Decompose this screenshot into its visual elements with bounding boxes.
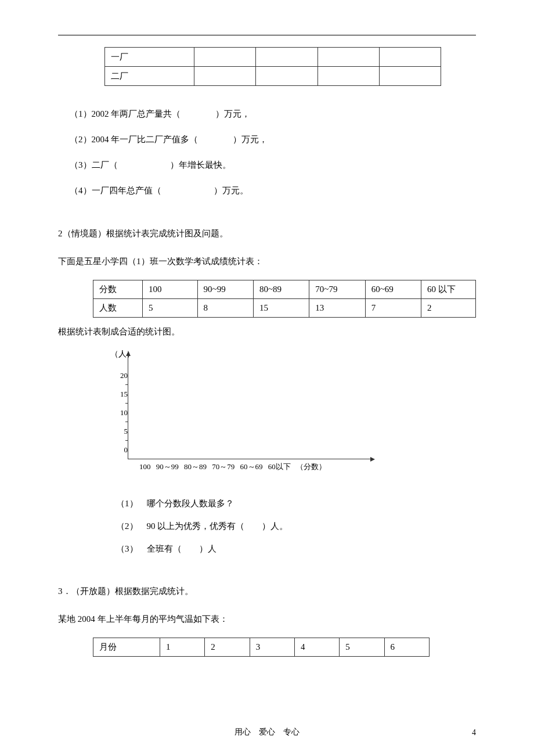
x-axis-labels: 100 90～99 80～89 70～79 60～69 60以下 （分数）: [139, 462, 330, 472]
x-cat: 90～99: [156, 462, 179, 471]
cell-score-col: 60 以下: [421, 280, 476, 299]
cell-count-val: 7: [365, 299, 421, 318]
y-tick-0: 0: [110, 445, 128, 455]
cell-month: 1: [160, 638, 205, 657]
cell-score-col: 70~79: [309, 280, 365, 299]
table-row: 月份 1 2 3 4 5 6: [93, 638, 430, 657]
cell-score-col: 60~69: [365, 280, 421, 299]
cell-empty: [379, 48, 441, 67]
q2-sub-2: （2） 90 以上为优秀，优秀有（ ）人。: [116, 517, 476, 536]
y-tick-20: 20: [110, 371, 128, 380]
y-tick-10: 10: [110, 408, 128, 417]
cell-count-val: 8: [197, 299, 253, 318]
cell-count-val: 13: [309, 299, 365, 318]
cell-empty: [256, 67, 317, 86]
factory-table: 一厂 二厂: [104, 47, 441, 86]
y-tick-15: 15: [110, 390, 128, 399]
table-row: 二厂: [105, 67, 441, 86]
cell-empty: [379, 67, 441, 86]
cell-score-col: 90~99: [197, 280, 253, 299]
x-cat: 100: [139, 462, 151, 471]
cell-month: 3: [250, 638, 294, 657]
q1-item-3: （3）二厂（ ）年增长最快。: [70, 154, 476, 175]
chart-axes: （人） 0 5 10 15 20 100 90～99 80～89 70～79 6…: [93, 349, 371, 477]
q2-sub-3: （3） 全班有（ ）人: [116, 539, 476, 559]
cell-month: 5: [340, 638, 384, 657]
x-cat: 60以下: [268, 462, 291, 471]
q2-subtitle: 下面是五星小学四（1）班一次数学考试成绩统计表：: [58, 252, 476, 271]
cell-empty: [194, 48, 256, 67]
table-row: 分数 100 90~99 80~89 70~79 60~69 60 以下: [93, 280, 476, 299]
cell-empty: [256, 48, 317, 67]
question-1-block: （1）2002 年两厂总产量共（ ）万元， （2）2004 年一厂比二厂产值多（…: [70, 103, 476, 201]
cell-count-val: 2: [421, 299, 476, 318]
q3-title: 3．（开放题）根据数据完成统计。: [58, 582, 476, 601]
score-table: 分数 100 90~99 80~89 70~79 60~69 60 以下 人数 …: [93, 280, 476, 318]
q2-subquestions: （1） 哪个分数段人数最多？ （2） 90 以上为优秀，优秀有（ ）人。 （3）…: [116, 494, 476, 559]
q1-item-4: （4）一厂四年总产值（ ）万元。: [70, 180, 476, 201]
y-axis: [128, 355, 128, 459]
page: 一厂 二厂 （1）2002 年两厂总产量共（ ）万元， （2）2004 年一厂比…: [0, 0, 534, 755]
q3-subtitle: 某地 2004 年上半年每月的平均气温如下表：: [58, 610, 476, 629]
cell-count-val: 15: [253, 299, 309, 318]
cell-score-col: 80~89: [253, 280, 309, 299]
y-tick-mark: [125, 384, 128, 385]
q2-sub-1: （1） 哪个分数段人数最多？: [116, 494, 476, 513]
cell-score-header: 分数: [93, 280, 143, 299]
question-3-block: 3．（开放题）根据数据完成统计。 某地 2004 年上半年每月的平均气温如下表：: [58, 582, 476, 629]
cell-count-val: 5: [142, 299, 197, 318]
month-table: 月份 1 2 3 4 5 6: [93, 638, 430, 657]
x-axis: [128, 459, 371, 459]
table-row: 一厂: [105, 48, 441, 67]
y-tick-mark: [125, 403, 128, 404]
q1-item-1: （1）2002 年两厂总产量共（ ）万元，: [70, 103, 476, 124]
cell-score-col: 100: [142, 280, 197, 299]
y-axis-label: （人）: [110, 349, 135, 359]
cell-month-header: 月份: [93, 638, 160, 657]
x-cat: 80～89: [184, 462, 207, 471]
page-number: 4: [472, 728, 476, 737]
q1-item-2: （2）2004 年一厂比二厂产值多（ ）万元，: [70, 129, 476, 150]
footer-motto: 用心 爱心 专心: [0, 727, 534, 737]
cell-count-header: 人数: [93, 299, 143, 318]
question-2-block: 2（情境题）根据统计表完成统计图及问题。 下面是五星小学四（1）班一次数学考试成…: [58, 224, 476, 271]
cell-factory-1: 一厂: [105, 48, 194, 67]
q2-title: 2（情境题）根据统计表完成统计图及问题。: [58, 224, 476, 243]
x-cat: 70～79: [212, 462, 234, 471]
x-axis-label: （分数）: [296, 462, 326, 471]
y-tick-mark: [125, 422, 128, 422]
table-row: 人数 5 8 15 13 7 2: [93, 299, 476, 318]
q2-footnote: 根据统计表制成合适的统计图。: [58, 326, 476, 337]
x-cat: 60～69: [240, 462, 263, 471]
cell-month: 4: [294, 638, 339, 657]
cell-factory-2: 二厂: [105, 67, 194, 86]
cell-empty: [317, 67, 379, 86]
cell-empty: [317, 48, 379, 67]
y-tick-5: 5: [110, 427, 128, 436]
cell-empty: [194, 67, 256, 86]
top-divider: [58, 35, 476, 35]
cell-month: 6: [384, 638, 429, 657]
y-tick-mark: [125, 440, 128, 441]
cell-month: 2: [205, 638, 250, 657]
